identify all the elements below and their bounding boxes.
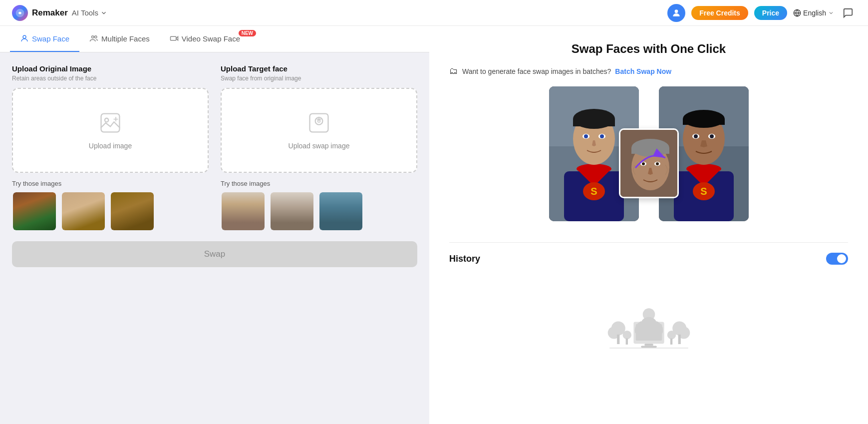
- user-icon-button[interactable]: [667, 4, 685, 22]
- right-panel: Swap Faces with One Click 🗂 Want to gene…: [429, 26, 868, 424]
- svg-rect-55: [625, 339, 627, 345]
- try-thumb-4[interactable]: [221, 191, 266, 231]
- tabs-bar: Swap Face Multiple Faces Video Swap Face…: [0, 26, 429, 52]
- svg-rect-34: [683, 119, 725, 125]
- svg-point-3: [23, 35, 26, 38]
- header-right: Free Credits Price English: [667, 4, 856, 22]
- svg-point-25: [600, 134, 604, 138]
- stack-icon: 🗂: [449, 66, 458, 76]
- swap-button[interactable]: Swap: [12, 241, 417, 267]
- svg-point-5: [95, 36, 97, 38]
- thumb-img-6: [319, 192, 362, 230]
- tab-swap-face[interactable]: Swap Face: [10, 26, 79, 52]
- tab-video-label: Video Swap Face: [182, 34, 240, 43]
- svg-rect-6: [170, 36, 176, 40]
- svg-point-9: [105, 118, 108, 122]
- try-target-label: Try those images: [221, 180, 417, 187]
- people-icon: [89, 34, 98, 43]
- upload-original-icon: [98, 111, 122, 137]
- upload-original-text: Upload image: [89, 142, 132, 150]
- globe-icon: [793, 9, 801, 17]
- thumb-img-2: [62, 192, 105, 230]
- svg-rect-8: [101, 114, 120, 132]
- lang-chevron-icon: [828, 10, 834, 16]
- svg-point-54: [622, 331, 631, 340]
- upload-original-dropzone[interactable]: Upload image: [12, 88, 209, 173]
- upload-target-sublabel: Swap face from original image: [221, 75, 417, 82]
- new-badge: NEW: [239, 30, 256, 36]
- header-left: Remaker AI Tools: [12, 5, 107, 21]
- logo-icon[interactable]: [12, 5, 28, 21]
- batch-banner: 🗂 Want to generate face swap images in b…: [449, 66, 848, 76]
- try-thumb-3[interactable]: [110, 191, 155, 231]
- upload-target-label: Upload Target face: [221, 64, 417, 73]
- language-selector[interactable]: English: [793, 9, 834, 17]
- svg-point-37: [694, 134, 698, 138]
- thumb-img-1: [13, 192, 56, 230]
- history-header: History: [449, 253, 848, 265]
- brand-name: Remaker: [32, 8, 68, 18]
- history-title: History: [449, 254, 480, 264]
- batch-text: Want to generate face swap images in bat…: [462, 67, 611, 75]
- ai-tools-dropdown[interactable]: AI Tools: [72, 8, 107, 17]
- upload-row: Upload Original Image Retain areas outsi…: [12, 64, 417, 231]
- svg-rect-57: [670, 339, 672, 345]
- batch-swap-link[interactable]: Batch Swap Now: [615, 67, 671, 75]
- try-original-section: Try those images: [12, 180, 209, 231]
- svg-point-24: [584, 134, 588, 138]
- tab-swap-face-label: Swap Face: [32, 34, 69, 43]
- tab-multiple-faces[interactable]: Multiple Faces: [79, 26, 160, 52]
- free-credits-button[interactable]: Free Credits: [691, 6, 748, 20]
- svg-rect-10: [310, 114, 328, 132]
- chat-icon: [843, 7, 854, 18]
- video-icon: [170, 34, 179, 43]
- upload-target-icon: [307, 111, 331, 137]
- try-original-images: [12, 191, 209, 231]
- svg-point-29: [686, 164, 721, 174]
- ai-tools-label: AI Tools: [72, 8, 98, 17]
- tab-video-swap[interactable]: Video Swap Face NEW: [160, 26, 255, 52]
- svg-rect-21: [573, 119, 615, 126]
- swap-button-wrapper: Swap: [0, 231, 429, 277]
- try-target-images: [221, 191, 417, 231]
- svg-rect-50: [617, 335, 619, 344]
- try-thumb-6[interactable]: [318, 191, 363, 231]
- try-thumb-5[interactable]: [270, 191, 314, 231]
- history-empty: [449, 275, 848, 365]
- arrow-overlay: [633, 145, 668, 172]
- chevron-down-icon: [100, 9, 107, 16]
- svg-text:S: S: [590, 186, 597, 197]
- try-target-section: Try those images: [221, 180, 417, 231]
- right-title: Swap Faces with One Click: [449, 42, 848, 56]
- svg-point-63: [641, 317, 657, 331]
- thumb-img-3: [111, 192, 154, 230]
- upload-target-dropzone[interactable]: Upload swap image: [221, 88, 417, 173]
- thumb-img-4: [222, 192, 265, 230]
- upload-target-text: Upload swap image: [289, 142, 350, 150]
- user-icon: [671, 8, 681, 18]
- price-button[interactable]: Price: [754, 6, 787, 20]
- thumb-img-5: [271, 192, 313, 230]
- upload-original-wrapper: Upload Original Image Retain areas outsi…: [12, 64, 209, 231]
- chat-button[interactable]: [840, 5, 856, 21]
- person-icon: [20, 34, 29, 43]
- upload-target-wrapper: Upload Target face Swap face from origin…: [221, 64, 417, 231]
- svg-rect-60: [644, 344, 653, 346]
- upload-section: Upload Original Image Retain areas outsi…: [0, 52, 429, 231]
- empty-illustration: [604, 285, 694, 355]
- language-label: English: [803, 9, 826, 17]
- history-section: History: [449, 242, 848, 365]
- svg-point-1: [675, 9, 678, 13]
- try-thumb-1[interactable]: [12, 191, 57, 231]
- try-original-label: Try those images: [12, 180, 209, 187]
- svg-point-38: [710, 134, 714, 138]
- upload-original-sublabel: Retain areas outside of the face: [12, 75, 209, 82]
- toggle-slider: [826, 253, 848, 265]
- try-thumb-2[interactable]: [61, 191, 106, 231]
- history-toggle[interactable]: [826, 253, 848, 265]
- svg-point-56: [667, 331, 676, 340]
- svg-rect-61: [641, 346, 657, 348]
- svg-point-16: [577, 164, 611, 174]
- arrow-svg: [633, 145, 668, 170]
- main-layout: Swap Face Multiple Faces Video Swap Face…: [0, 26, 868, 424]
